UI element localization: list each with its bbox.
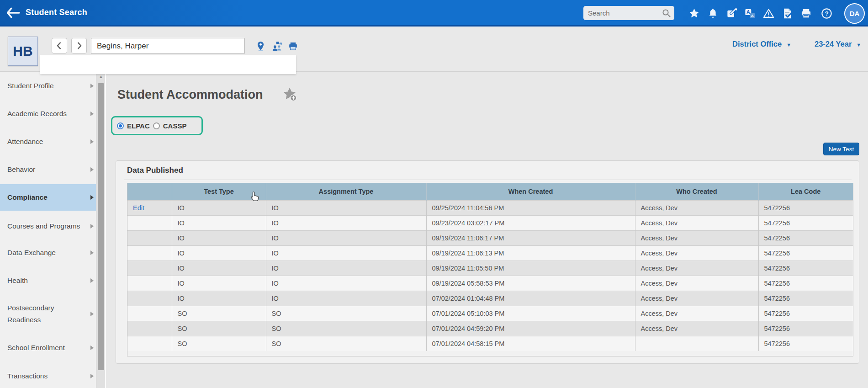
chevron-right-icon (90, 345, 94, 350)
sidebar-scrollbar[interactable]: ▲ (96, 72, 105, 388)
sidebar-item-behavior[interactable]: Behavior (0, 157, 96, 182)
document-check-icon[interactable] (781, 7, 794, 20)
student-toolbar: HB (0, 27, 868, 72)
chevron-right-icon (90, 278, 94, 283)
sidebar-item-academic-records[interactable]: Academic Records (0, 101, 96, 127)
help-icon[interactable]: ? (820, 7, 833, 20)
results-table-wrap: Test TypeAssignment TypeWhen CreatedWho … (127, 183, 853, 356)
new-test-button[interactable]: New Test (823, 143, 859, 155)
people-chat-icon[interactable] (271, 41, 283, 52)
test-type-cell: IO (172, 291, 266, 306)
column-header (127, 183, 172, 200)
year-selector[interactable]: 23-24 Year▼ (815, 38, 861, 50)
column-header[interactable]: When Created (426, 183, 635, 200)
column-header[interactable]: Test Type (172, 183, 266, 200)
sidebar-item-label: Academic Records (0, 108, 78, 120)
next-student-button[interactable] (71, 38, 87, 53)
who-created-cell: Access, Dev (635, 306, 758, 321)
when-created-cell: 09/19/2024 11:06:17 PM (426, 230, 635, 245)
sidebar-item-label: Behavior (0, 164, 46, 175)
sidebar-item-courses-and-programs[interactable]: Courses and Programs (0, 213, 96, 239)
table-row: IOIO09/19/2024 11:06:17 PMAccess, Dev547… (127, 230, 853, 245)
action-cell (127, 230, 172, 245)
sidebar-item-label: Health (0, 275, 39, 287)
print-icon[interactable] (800, 7, 812, 20)
assignment-type-cell: SO (266, 336, 426, 351)
student-initials-tile: HB (8, 37, 38, 66)
sidebar-item-data-exchange[interactable]: Data Exchange (0, 240, 96, 266)
radio-elpac[interactable] (117, 122, 124, 129)
translate-icon[interactable]: A A (744, 7, 756, 20)
when-created-cell: 09/19/2024 11:05:50 PM (426, 260, 635, 276)
test-type-cell: IO (172, 276, 266, 291)
sidebar-item-label: Compliance (0, 191, 58, 203)
radio-cassp[interactable] (153, 122, 160, 129)
results-table: Test TypeAssignment TypeWhen CreatedWho … (127, 183, 853, 351)
when-created-cell: 09/19/2024 05:58:53 PM (426, 276, 635, 291)
sidebar-item-health[interactable]: Health (0, 268, 96, 293)
year-selector-label: 23-24 Year (815, 40, 852, 48)
favorites-star-icon[interactable] (688, 7, 700, 20)
column-header[interactable]: Who Created (635, 183, 758, 200)
warning-icon[interactable] (762, 7, 775, 20)
chevron-right-icon (90, 167, 94, 172)
notifications-bell-icon[interactable] (707, 7, 719, 20)
add-favorite-star-icon[interactable] (282, 86, 297, 102)
scroll-up-arrow-icon[interactable]: ▲ (96, 74, 106, 79)
chevron-right-icon (90, 112, 94, 116)
when-created-cell: 09/25/2024 11:04:56 PM (426, 200, 635, 215)
user-avatar[interactable]: DA (844, 3, 865, 24)
app-window: Student Search A A (0, 0, 868, 388)
edit-link[interactable]: Edit (133, 204, 144, 212)
radio-elpac-label[interactable]: ELPAC (127, 122, 150, 130)
chevron-right-icon (90, 84, 94, 88)
chevron-down-icon: ▼ (786, 42, 791, 48)
action-cell (127, 321, 172, 336)
page-title: Student Accommodation (117, 88, 263, 102)
who-created-cell: Access, Dev (635, 276, 758, 291)
column-header[interactable]: Assignment Type (266, 183, 426, 200)
student-name-input[interactable] (91, 38, 245, 54)
who-created-cell: Access, Dev (635, 200, 758, 215)
sidebar-item-school-enrollment[interactable]: School Enrollment (0, 335, 96, 361)
who-created-cell: Access, Dev (635, 260, 758, 276)
table-row: EditIOIO09/25/2024 11:04:56 PMAccess, De… (127, 200, 853, 215)
action-cell (127, 336, 172, 351)
lea-code-cell: 5472256 (758, 200, 853, 215)
back-arrow-icon[interactable] (5, 6, 21, 20)
table-row: IOIO09/19/2024 11:05:50 PMAccess, Dev547… (127, 260, 853, 276)
chevron-down-icon: ▼ (856, 42, 861, 48)
sidebar-item-transactions[interactable]: Transactions (0, 363, 96, 388)
chevron-right-icon (90, 374, 94, 378)
sidebar-item-label: Student Profile (0, 80, 65, 92)
page-header-title: Student Search (26, 0, 87, 25)
scrollbar-thumb[interactable] (98, 83, 104, 370)
test-type-cell: SO (172, 336, 266, 351)
column-header[interactable]: Lea Code (758, 183, 853, 200)
assignment-type-cell: IO (266, 245, 426, 260)
action-cell: Edit (127, 200, 172, 215)
radio-cassp-label[interactable]: CASSP (163, 122, 187, 130)
sidebar-item-label: School Enrollment (0, 342, 76, 354)
school-selector[interactable]: District Office▼ (732, 38, 791, 50)
search-icon[interactable] (661, 8, 672, 19)
assignment-type-cell: IO (266, 215, 426, 230)
assignment-type-cell: IO (266, 276, 426, 291)
sidebar-item-compliance[interactable]: Compliance (0, 184, 96, 211)
action-cell (127, 291, 172, 306)
print-student-icon[interactable] (287, 41, 299, 52)
student-suggest-dropdown[interactable] (40, 55, 296, 74)
sidebar-item-postsecondary-readiness[interactable]: Postsecondary Readiness (0, 295, 96, 333)
sidebar-item-attendance[interactable]: Attendance (0, 129, 96, 154)
when-created-cell: 09/19/2024 11:06:13 PM (426, 245, 635, 260)
test-type-cell: SO (172, 321, 266, 336)
lea-code-cell: 5472256 (758, 230, 853, 245)
sidebar-item-student-profile[interactable]: Student Profile (0, 73, 96, 99)
lea-code-cell: 5472256 (758, 336, 853, 351)
prev-student-button[interactable] (52, 38, 67, 53)
table-row: IOIO09/19/2024 11:06:13 PMAccess, Dev547… (127, 245, 853, 260)
global-search (583, 6, 674, 20)
location-pin-icon[interactable] (255, 41, 266, 52)
compose-icon[interactable] (726, 7, 738, 20)
test-type-radio-group: ELPAC CASSP (111, 116, 203, 135)
